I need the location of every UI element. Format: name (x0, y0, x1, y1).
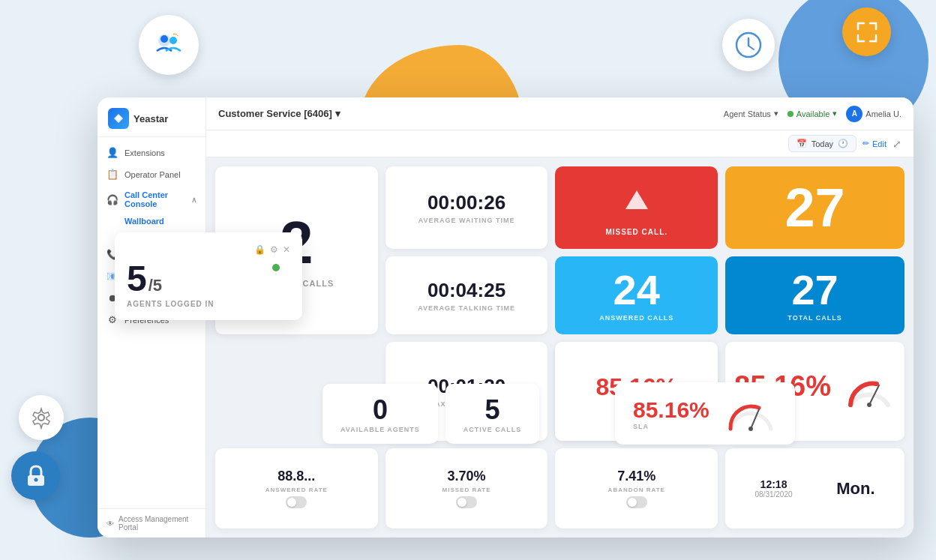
avg-waiting-time-label: AVERAGE WAITING TIME (418, 217, 515, 224)
queue-name: Customer Service [6406] (218, 108, 332, 119)
total-calls-card: 27 TOTAL CALLS (725, 256, 904, 334)
queue-chevron-icon: ▾ (335, 108, 340, 119)
access-icon: 👁 (106, 520, 114, 528)
svg-point-1 (160, 35, 168, 43)
content-area: Customer Service [6406] ▾ Agent Status ▾… (206, 97, 914, 538)
sidebar-logo: Yeastar (98, 97, 206, 137)
time-display: 12:18 (760, 478, 788, 490)
missed-rate-label: MISSED RATE (442, 487, 491, 493)
avg-waiting-time-value: 00:00:26 (428, 191, 506, 214)
avg-talking-time-label: AVERAGE TALKING TIME (418, 304, 515, 312)
available-agents-overlay-card: 0 AVAILABLE AGENTS (322, 384, 438, 444)
avg-talking-time-value: 00:04:25 (428, 279, 506, 302)
date-display: 08/31/2020 (754, 490, 792, 499)
sidebar-item-operator-panel[interactable]: 📋 Operator Panel (98, 163, 206, 185)
sla-gauge-overlay (724, 393, 777, 434)
float-icon-expand[interactable] (842, 7, 891, 56)
available-status-button[interactable]: Available ▾ (788, 109, 837, 118)
bottom-metrics-overlay: 0 AVAILABLE AGENTS 5 ACTIVE CALLS (322, 384, 539, 444)
answered-rate-toggle[interactable] (286, 496, 307, 508)
sub-topbar: 📅 Today 🕐 ✏ Edit ⤢ (206, 130, 914, 157)
operator-icon: 📋 (106, 169, 118, 180)
missed-call-card: MISSED CALL. (555, 166, 718, 249)
logo-icon (108, 108, 129, 129)
access-label: Access Management Portal (118, 515, 196, 532)
answered-rate-card: 88.8... ANSWERED RATE (215, 448, 378, 529)
answered-rate-label: ANSWERED RATE (266, 487, 328, 493)
datetime-card: 12:18 08/31/2020 Mon. (725, 448, 904, 529)
settings-icon[interactable]: ⚙ (270, 244, 278, 255)
total-calls-value: 27 (791, 269, 838, 311)
missed-rate-card: 3.70% MISSED RATE (386, 448, 548, 529)
answered-calls-label: ANSWERED CALLS (599, 314, 674, 322)
sidebar-footer[interactable]: 👁 Access Management Portal (98, 508, 206, 538)
agents-logged-in-card: 🔒 ⚙ ✕ 5 /5 AGENTS LOGGED IN (115, 232, 302, 320)
available-chevron: ▾ (832, 109, 837, 118)
day-display: Mon. (836, 479, 874, 499)
total-calls-big-value: 27 (785, 181, 845, 235)
close-icon[interactable]: ✕ (283, 244, 290, 255)
topbar: Customer Service [6406] ▾ Agent Status ▾… (206, 97, 914, 130)
user-avatar: A (846, 106, 862, 122)
svg-point-6 (38, 415, 44, 421)
svg-point-11 (867, 403, 872, 407)
avg-waiting-time-card: 00:00:26 AVERAGE WAITING TIME (386, 166, 548, 249)
missed-rate-value: 3.70% (448, 469, 486, 484)
svg-point-2 (170, 37, 177, 44)
answered-calls-value: 24 (614, 269, 660, 311)
missed-rate-toggle[interactable] (456, 496, 477, 508)
queue-selector[interactable]: Customer Service [6406] ▾ (218, 108, 340, 119)
answered-calls-card: 24 ANSWERED CALLS (555, 256, 718, 334)
active-calls-overlay-card: 5 ACTIVE CALLS (446, 384, 540, 444)
fullscreen-button[interactable]: ⤢ (892, 138, 902, 150)
sla-overlay-card: 85.16% SLA (615, 382, 795, 445)
agents-card-header: 🔒 ⚙ ✕ (127, 244, 290, 255)
float-icon-group (139, 15, 199, 75)
abandon-rate-toggle[interactable] (626, 496, 647, 508)
extensions-label: Extensions (124, 148, 165, 157)
answered-rate-value: 88.8... (278, 469, 315, 484)
topbar-right: Agent Status ▾ Available ▾ A Amelia U. (724, 106, 902, 122)
total-calls-big-card: 27 (725, 166, 904, 249)
sla-gauge-svg (843, 364, 896, 416)
edit-button[interactable]: ✏ Edit (862, 139, 886, 148)
svg-point-8 (34, 478, 38, 481)
operator-label: Operator Panel (124, 170, 181, 179)
svg-line-5 (748, 46, 754, 49)
abandon-rate-label: ABANDON RATE (608, 487, 665, 493)
missed-call-label: MISSED CALL. (605, 228, 668, 236)
lock-icon: 🔒 (254, 244, 266, 255)
extensions-icon: 👤 (106, 147, 118, 158)
agents-total: /5 (148, 276, 162, 295)
abandon-rate-value: 7.41% (617, 469, 656, 484)
svg-point-13 (748, 427, 753, 431)
avail-agents-lbl: AVAILABLE AGENTS (340, 426, 420, 433)
float-icon-gear (19, 395, 64, 440)
agents-online-dot (272, 264, 280, 271)
user-menu-button[interactable]: A Amelia U. (846, 106, 902, 122)
edit-icon: ✏ (862, 139, 869, 148)
active-calls-lbl: ACTIVE CALLS (464, 426, 522, 433)
dashboard: 2 WAITING CALLS 00:00:26 AVERAGE WAITING… (206, 157, 914, 538)
total-calls-label: TOTAL CALLS (788, 314, 842, 322)
logo-text: Yeastar (134, 113, 168, 124)
call-center-icon: 🎧 (106, 194, 118, 205)
sidebar-nav: 👤 Extensions 📋 Operator Panel 🎧 Call Cen… (98, 137, 206, 508)
float-icon-clock (722, 19, 775, 71)
agent-status-button[interactable]: Agent Status ▾ (724, 109, 778, 118)
sidebar-item-wallboard[interactable]: Wallboard (98, 214, 206, 229)
abandon-rate-card: 7.41% ABANDON RATE (555, 448, 718, 529)
available-dot (788, 111, 794, 117)
sla-lbl: SLA (633, 423, 710, 430)
date-filter[interactable]: 📅 Today 🕐 (788, 135, 856, 152)
avg-talking-time-card: 00:04:25 AVERAGE TALKING TIME (386, 256, 548, 334)
missed-call-icon (618, 179, 656, 223)
sla-pct: 85.16% (633, 397, 710, 423)
clock-icon: 🕐 (838, 139, 848, 148)
agents-logged-value: 5 (127, 261, 147, 297)
sidebar-item-extensions[interactable]: 👤 Extensions (98, 142, 206, 163)
sidebar-item-call-center-console[interactable]: 🎧 Call Center Console ∧ (98, 185, 206, 214)
svg-point-9 (116, 116, 121, 121)
agents-logged-label: AGENTS LOGGED IN (127, 300, 290, 308)
call-center-label: Call Center Console (124, 190, 185, 208)
